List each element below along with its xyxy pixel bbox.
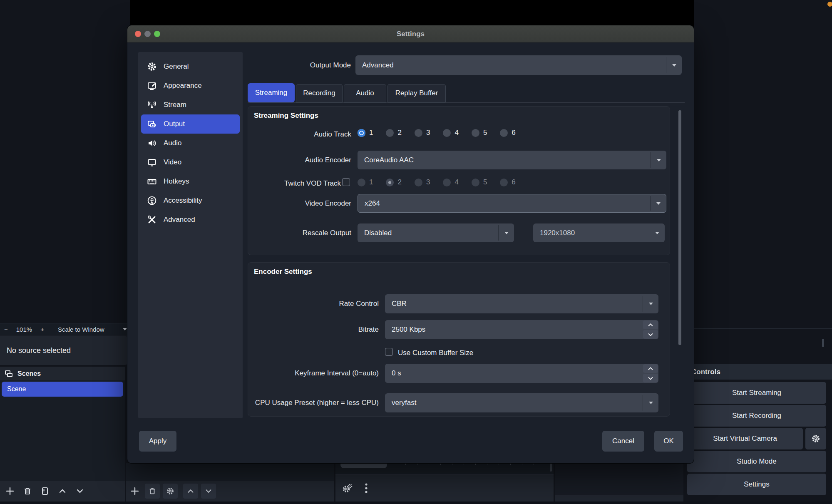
start-virtual-camera-button[interactable]: Start Virtual Camera bbox=[687, 428, 803, 449]
scrollbar-nub[interactable] bbox=[822, 339, 824, 347]
output-icon bbox=[147, 119, 157, 129]
dropdown-arrow-icon bbox=[657, 159, 661, 161]
ok-button[interactable]: OK bbox=[654, 431, 683, 452]
preview-canvas bbox=[130, 0, 694, 29]
rescale-resolution-select[interactable]: 1920x1080 bbox=[533, 223, 665, 242]
rescale-mode-select[interactable]: Disabled bbox=[358, 223, 514, 242]
dialog-title: Settings bbox=[127, 25, 694, 42]
source-down-button[interactable] bbox=[201, 484, 216, 499]
radio-vod-5[interactable] bbox=[472, 179, 479, 186]
dropdown-arrow-icon bbox=[649, 402, 653, 404]
radio-vod-1[interactable] bbox=[358, 179, 365, 186]
bitrate-step-up-button[interactable] bbox=[643, 320, 658, 329]
dropdown-arrow-icon bbox=[672, 64, 676, 67]
slider-tick bbox=[464, 463, 464, 465]
nav-item-stream[interactable]: Stream bbox=[141, 95, 240, 114]
zoom-in-button[interactable]: + bbox=[36, 326, 48, 333]
chevron-down-icon[interactable] bbox=[123, 328, 127, 330]
bitrate-step-down-button[interactable] bbox=[643, 330, 658, 339]
radio-track-6[interactable] bbox=[500, 129, 508, 137]
source-status-text: No source selected bbox=[7, 346, 71, 355]
radio-track-5[interactable] bbox=[472, 129, 479, 137]
bitrate-spinbox[interactable]: 2500 Kbps bbox=[385, 320, 658, 339]
keyframe-step-down-button[interactable] bbox=[643, 374, 658, 382]
tab-audio[interactable]: Audio bbox=[344, 84, 386, 102]
mixer-settings-icon[interactable] bbox=[342, 483, 353, 493]
tab-streaming[interactable]: Streaming bbox=[248, 83, 295, 102]
radio-vod-4[interactable] bbox=[443, 179, 451, 186]
radio-track-1[interactable] bbox=[358, 129, 365, 137]
radio-vod-3[interactable] bbox=[415, 179, 422, 186]
radio-vod-6[interactable] bbox=[500, 179, 508, 186]
output-mode-select[interactable]: Advanced bbox=[355, 55, 682, 75]
scenes-panel-title: Scenes bbox=[17, 370, 41, 377]
remove-source-button[interactable] bbox=[145, 484, 160, 499]
source-properties-button[interactable] bbox=[163, 484, 178, 499]
scene-down-button[interactable] bbox=[75, 487, 84, 496]
scale-mode-select[interactable]: Scale to Window bbox=[54, 326, 109, 333]
nav-item-appearance[interactable]: Appearance bbox=[141, 76, 240, 95]
stats-panel-toolbar bbox=[555, 495, 683, 502]
gear-icon bbox=[811, 434, 820, 443]
add-source-button[interactable] bbox=[130, 487, 139, 496]
tools-icon bbox=[147, 215, 157, 225]
audio-track-label: Audio Track bbox=[248, 130, 351, 139]
custom-buffer-label: Use Custom Buffer Size bbox=[398, 349, 473, 357]
settings-dialog: Settings General Appearance Stream Outpu… bbox=[127, 25, 694, 463]
rate-control-select[interactable]: CBR bbox=[385, 294, 658, 313]
custom-buffer-checkbox[interactable] bbox=[385, 348, 393, 356]
tab-replay-buffer[interactable]: Replay Buffer bbox=[387, 84, 446, 102]
streaming-settings-title: Streaming Settings bbox=[254, 112, 318, 120]
add-scene-button[interactable] bbox=[5, 487, 15, 496]
audio-encoder-select[interactable]: CoreAudio AAC bbox=[358, 151, 666, 169]
slider-tick bbox=[405, 463, 406, 465]
nav-item-hotkeys[interactable]: Hotkeys bbox=[141, 172, 240, 191]
nav-item-advanced[interactable]: Advanced bbox=[141, 210, 240, 229]
radio-track-3[interactable] bbox=[415, 129, 422, 137]
scene-up-button[interactable] bbox=[58, 487, 67, 496]
accessibility-icon bbox=[147, 196, 157, 206]
scenes-toolbar bbox=[0, 481, 125, 502]
gear-icon bbox=[147, 62, 157, 72]
twitch-vod-checkbox[interactable] bbox=[342, 178, 350, 186]
panel-divider bbox=[694, 328, 832, 329]
nav-item-audio[interactable]: Audio bbox=[141, 134, 240, 153]
keyframe-step-up-button[interactable] bbox=[643, 364, 658, 373]
nav-item-general[interactable]: General bbox=[141, 57, 240, 76]
virtual-camera-settings-button[interactable] bbox=[805, 428, 826, 449]
encoder-settings-group: Encoder Settings Rate Control CBR Bitrat… bbox=[248, 262, 670, 417]
cpu-preset-select[interactable]: veryfast bbox=[385, 393, 658, 412]
scene-filters-button[interactable] bbox=[40, 487, 50, 496]
radio-track-4[interactable] bbox=[443, 129, 451, 137]
start-recording-button[interactable]: Start Recording bbox=[687, 405, 826, 427]
audio-track-radios: 1 2 3 4 5 6 bbox=[358, 129, 516, 137]
zoom-level: 101% bbox=[12, 326, 36, 333]
slider-tick bbox=[417, 463, 417, 465]
apply-button[interactable]: Apply bbox=[139, 431, 176, 452]
radio-track-2[interactable] bbox=[386, 129, 394, 137]
appearance-icon bbox=[147, 81, 157, 91]
studio-mode-button[interactable]: Studio Mode bbox=[687, 451, 826, 472]
video-encoder-label: Video Encoder bbox=[248, 199, 351, 208]
mixer-menu-icon[interactable] bbox=[365, 483, 368, 494]
nav-item-video[interactable]: Video bbox=[141, 153, 240, 172]
start-streaming-button[interactable]: Start Streaming bbox=[687, 382, 826, 404]
video-encoder-select[interactable]: x264 bbox=[358, 194, 666, 213]
scene-list-item[interactable]: Scene bbox=[2, 382, 123, 397]
tab-divider bbox=[248, 102, 685, 103]
source-status-panel: No source selected bbox=[0, 336, 128, 365]
zoom-out-button[interactable]: − bbox=[0, 326, 12, 333]
keyframe-interval-spinbox[interactable]: 0 s bbox=[385, 364, 658, 383]
nav-item-output[interactable]: Output bbox=[141, 114, 240, 134]
tab-recording[interactable]: Recording bbox=[296, 84, 343, 102]
obs-main-window: − 101% + Scale to Window No source selec… bbox=[0, 0, 832, 504]
settings-scrollbar[interactable] bbox=[678, 110, 681, 345]
remove-scene-button[interactable] bbox=[23, 487, 32, 496]
source-up-button[interactable] bbox=[183, 484, 198, 499]
cancel-button[interactable]: Cancel bbox=[602, 431, 644, 452]
settings-button[interactable]: Settings bbox=[687, 474, 826, 495]
dropdown-arrow-icon bbox=[649, 303, 653, 305]
nav-item-accessibility[interactable]: Accessibility bbox=[141, 191, 240, 210]
radio-vod-2[interactable] bbox=[386, 179, 394, 186]
output-mode-label: Output Mode bbox=[252, 61, 351, 70]
